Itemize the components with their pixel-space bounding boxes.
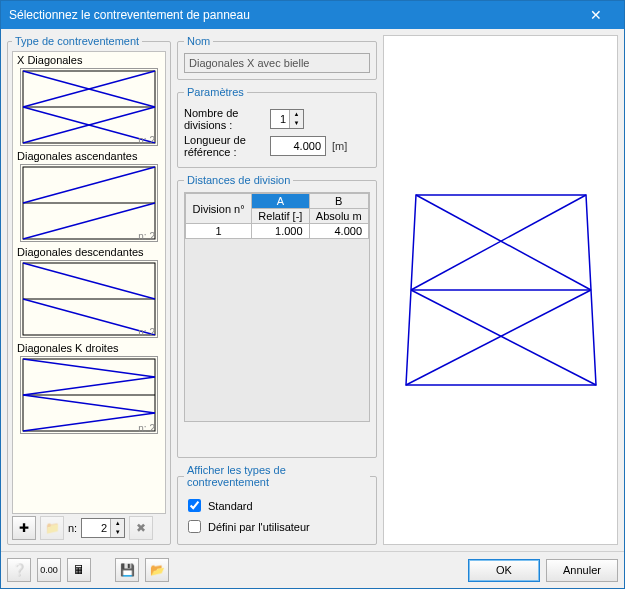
thumb-k-droites: n: 2 — [20, 356, 158, 434]
divisions-input[interactable] — [271, 110, 289, 128]
n-label: n: — [68, 522, 77, 534]
type-toolbar: ✚ 📁 n: ▲▼ ✖ — [12, 514, 166, 540]
save-icon[interactable]: 💾 — [115, 558, 139, 582]
type-item-descendantes[interactable]: Diagonales descendantes n: 2 — [13, 244, 165, 340]
svg-line-9 — [23, 203, 155, 239]
svg-line-8 — [23, 167, 155, 203]
type-group-title: Type de contreventement — [12, 35, 142, 47]
svg-line-22 — [416, 195, 591, 290]
type-list[interactable]: X Diagonales n: 2 — [12, 51, 166, 514]
svg-line-18 — [23, 395, 155, 413]
table-row: 1 1.000 4.000 — [186, 224, 369, 239]
folder-icon: 📁 — [40, 516, 64, 540]
dialog-footer: ❔ 0.00 🖩 💾 📂 OK Annuler — [1, 551, 624, 588]
thumb-ascendantes: n: 2 — [20, 164, 158, 242]
units-icon[interactable]: 0.00 — [37, 558, 61, 582]
standard-checkbox[interactable]: Standard — [184, 496, 370, 515]
thumb-x-diagonales: n: 2 — [20, 68, 158, 146]
type-item-k-droites[interactable]: Diagonales K droites n: 2 — [13, 340, 165, 436]
svg-line-13 — [23, 299, 155, 335]
user-defined-checkbox[interactable]: Défini par l'utilisateur — [184, 517, 370, 536]
name-group: Nom — [177, 35, 377, 80]
name-field — [184, 53, 370, 73]
length-input[interactable] — [270, 136, 326, 156]
type-item-ascendantes[interactable]: Diagonales ascendantes n: 2 — [13, 148, 165, 244]
ok-button[interactable]: OK — [468, 559, 540, 582]
svg-line-23 — [411, 195, 586, 290]
n-spinner[interactable]: ▲▼ — [81, 518, 125, 538]
type-item-x-diagonales[interactable]: X Diagonales n: 2 — [13, 52, 165, 148]
svg-line-19 — [23, 413, 155, 431]
length-label: Longueur de référence : — [184, 134, 264, 158]
preview-drawing — [396, 185, 606, 395]
type-group: Type de contreventement X Diagonales — [7, 35, 171, 545]
n-input[interactable] — [82, 519, 110, 537]
open-icon[interactable]: 📂 — [145, 558, 169, 582]
distances-group: Distances de division Division n° A B Re… — [177, 174, 377, 458]
params-group: Paramètres Nombre de divisions : ▲▼ Long… — [177, 86, 377, 168]
svg-line-16 — [23, 359, 155, 377]
calc-icon[interactable]: 🖩 — [67, 558, 91, 582]
close-icon[interactable]: ✕ — [576, 1, 616, 29]
chevron-down-icon[interactable]: ▼ — [111, 528, 124, 537]
dialog-window: Sélectionnez le contreventement de panne… — [0, 0, 625, 589]
delete-icon: ✖ — [129, 516, 153, 540]
chevron-up-icon[interactable]: ▲ — [290, 110, 303, 119]
window-title: Sélectionnez le contreventement de panne… — [9, 8, 576, 22]
distances-table[interactable]: Division n° A B Relatif [-] Absolu m 1 1… — [184, 192, 370, 422]
svg-line-12 — [23, 263, 155, 299]
help-icon[interactable]: ❔ — [7, 558, 31, 582]
svg-line-17 — [23, 377, 155, 395]
chevron-down-icon[interactable]: ▼ — [290, 119, 303, 128]
divisions-label: Nombre de divisions : — [184, 107, 264, 131]
thumb-descendantes: n: 2 — [20, 260, 158, 338]
titlebar: Sélectionnez le contreventement de panne… — [1, 1, 624, 29]
new-icon[interactable]: ✚ — [12, 516, 36, 540]
divisions-spinner[interactable]: ▲▼ — [270, 109, 304, 129]
cancel-button[interactable]: Annuler — [546, 559, 618, 582]
show-types-group: Afficher les types de contreventement St… — [177, 464, 377, 545]
preview-pane — [383, 35, 618, 545]
svg-line-24 — [411, 290, 596, 385]
svg-line-25 — [406, 290, 591, 385]
length-unit: [m] — [332, 140, 347, 152]
chevron-up-icon[interactable]: ▲ — [111, 519, 124, 528]
